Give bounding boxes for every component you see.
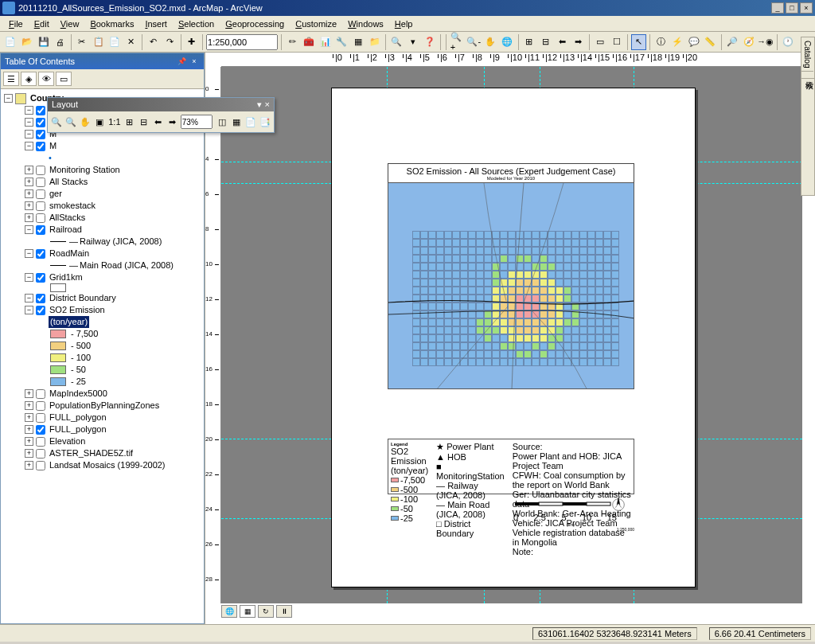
layer-row[interactable]: - 25	[2, 376, 202, 388]
layer-row[interactable]: +AllStacks	[2, 212, 202, 224]
layer-row[interactable]: +Elevation	[2, 435, 202, 447]
menu-selection[interactable]: Selection	[173, 18, 220, 30]
layer-row[interactable]: +FULL_polygon	[2, 412, 202, 423]
layer-checkbox[interactable]	[36, 461, 45, 470]
redo-button[interactable]: ↷	[162, 34, 177, 50]
layout-toolbar-header[interactable]: Layout ▾×	[48, 98, 274, 111]
toggle-draft-icon[interactable]: ◫	[216, 114, 228, 130]
layer-row[interactable]: +ASTER_SHADE5Z.tif	[2, 447, 202, 459]
toc-list-by-visibility[interactable]: 👁	[38, 72, 54, 86]
layer-row[interactable]: — Railway (JICA, 2008)	[2, 236, 202, 248]
cut-button[interactable]: ✂	[75, 34, 90, 50]
python-icon[interactable]: 📊	[318, 34, 333, 50]
layer-checkbox[interactable]	[36, 273, 45, 283]
layer-label[interactable]: RoadMain	[48, 248, 91, 260]
minimize-button[interactable]: _	[771, 2, 784, 14]
find-icon[interactable]: 🔎	[725, 34, 740, 50]
layer-checkbox[interactable]	[36, 437, 45, 447]
layout-zoom-combo[interactable]	[181, 115, 213, 129]
layer-label[interactable]: PopulationByPlanningZones	[48, 400, 161, 412]
print-button[interactable]: 🖨	[53, 34, 68, 50]
layer-row[interactable]: −Railroad	[2, 224, 202, 236]
expand-icon[interactable]: +	[25, 166, 33, 174]
layer-label[interactable]: Elevation	[48, 435, 87, 447]
layer-row[interactable]: - 7,500	[2, 328, 202, 340]
layer-row[interactable]: — Main Road (JICA, 2008)	[2, 260, 202, 271]
close-button[interactable]: ×	[800, 2, 813, 14]
expand-icon[interactable]: +	[25, 437, 33, 446]
layer-row[interactable]: +Landsat Mosaics (1999-2002)	[2, 459, 202, 471]
layer-label[interactable]: M	[48, 140, 58, 152]
layer-label[interactable]: - 7,500	[69, 328, 99, 340]
expand-icon[interactable]: −	[25, 142, 33, 150]
expand-icon[interactable]: +	[25, 461, 33, 470]
layer-row[interactable]: −SO2 Emission	[2, 304, 202, 316]
layer-label[interactable]: ASTER_SHADE5Z.tif	[48, 447, 135, 459]
layer-checkbox[interactable]	[36, 213, 45, 223]
change-layout-icon[interactable]: 📄	[244, 114, 257, 130]
hyperlink-icon[interactable]: ⚡	[670, 34, 685, 50]
go-to-xy-icon[interactable]: →◉	[758, 34, 774, 50]
map-data-frame[interactable]	[388, 182, 634, 389]
expand-icon[interactable]: −	[25, 130, 33, 139]
layer-label[interactable]: SO2 Emission	[48, 304, 107, 316]
layer-checkbox[interactable]	[36, 389, 45, 399]
expand-icon[interactable]: +	[25, 389, 33, 398]
layer-label[interactable]: - 500	[69, 340, 92, 352]
layer-label[interactable]: All Stacks	[48, 176, 89, 188]
layer-checkbox[interactable]	[36, 118, 45, 127]
expand-icon[interactable]: +	[25, 401, 33, 410]
expand-icon[interactable]: +	[25, 178, 33, 186]
expand-icon[interactable]: +	[25, 201, 33, 210]
layer-row[interactable]: •	[2, 152, 202, 164]
expand-icon[interactable]: −	[25, 106, 33, 115]
delete-button[interactable]: ✕	[124, 34, 139, 50]
expand-icon[interactable]: −	[25, 306, 33, 314]
layout-tb-opts-icon[interactable]: ▾	[257, 100, 262, 110]
save-button[interactable]: 💾	[36, 34, 51, 50]
expand-icon[interactable]: −	[25, 118, 33, 127]
layer-checkbox[interactable]	[36, 306, 45, 315]
layout-fixed-out-icon[interactable]: ⊟	[138, 114, 150, 130]
layer-label[interactable]: smokestack	[48, 200, 97, 212]
html-popup-icon[interactable]: 💬	[686, 34, 701, 50]
catalog-tab[interactable]: Catalog	[801, 37, 813, 72]
expand-icon[interactable]: +	[25, 413, 33, 422]
map-title-box[interactable]: SO2 Emission - All Sources (Expert Judge…	[388, 163, 634, 184]
layout-view-tab[interactable]: ▦	[240, 605, 255, 618]
pause-drawing-tab[interactable]: ⏸	[276, 605, 292, 618]
layout-fwd-icon[interactable]: ➡	[166, 114, 179, 130]
layer-checkbox[interactable]	[36, 449, 45, 459]
menu-insert[interactable]: Insert	[139, 18, 173, 30]
layout-toolbar[interactable]: Layout ▾× 🔍 🔍 ✋ ▣ 1:1 ⊞ ⊟ ⬅ ➡ ◫ ▦ 📄 📑	[47, 97, 275, 133]
find-route-icon[interactable]: 🧭	[741, 34, 756, 50]
layout-page[interactable]: SO2 Emission - All Sources (Expert Judge…	[331, 88, 696, 587]
undo-button[interactable]: ↶	[146, 34, 161, 50]
layout-100-icon[interactable]: 1:1	[107, 114, 121, 130]
toc-list-by-drawing-order[interactable]: ☰	[3, 72, 19, 86]
layer-label[interactable]: District Boundary	[48, 292, 118, 304]
expand-icon[interactable]: −	[4, 94, 13, 103]
layer-label[interactable]: FULL_polygon	[48, 412, 108, 423]
layer-row[interactable]: +PopulationByPlanningZones	[2, 400, 202, 412]
pan-icon[interactable]: ✋	[483, 34, 498, 50]
layer-checkbox[interactable]	[36, 401, 45, 411]
layer-row[interactable]: −M	[2, 140, 202, 152]
layer-checkbox[interactable]	[36, 166, 45, 175]
expand-icon[interactable]: +	[25, 449, 33, 458]
layout-tb-close-icon[interactable]: ×	[265, 100, 270, 110]
layout-pan-icon[interactable]: ✋	[79, 114, 92, 130]
layer-label[interactable]: AllStacks	[48, 212, 87, 224]
toc-list-by-source[interactable]: ◈	[21, 72, 37, 86]
menu-bookmarks[interactable]: Bookmarks	[84, 18, 139, 30]
layer-checkbox[interactable]	[36, 294, 45, 303]
menu-geoprocessing[interactable]: Geoprocessing	[220, 18, 290, 30]
menu-windows[interactable]: Windows	[342, 18, 389, 30]
layer-label[interactable]: - 50	[69, 364, 88, 376]
expand-icon[interactable]: −	[25, 249, 33, 258]
layer-checkbox[interactable]	[36, 225, 45, 235]
search-tool-icon[interactable]: 🔍	[389, 34, 404, 50]
toc-pin-icon[interactable]: 📌	[176, 56, 187, 67]
select-features-icon[interactable]: ▭	[593, 34, 608, 50]
layer-row[interactable]: −Grid1km	[2, 271, 202, 283]
